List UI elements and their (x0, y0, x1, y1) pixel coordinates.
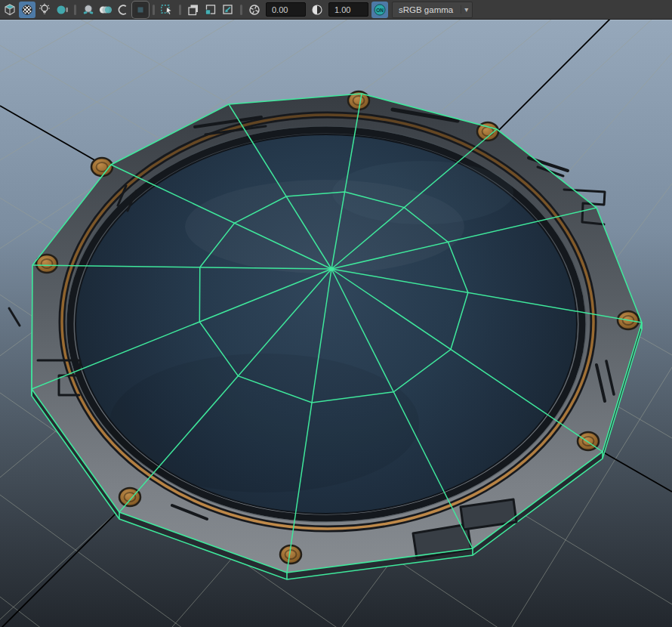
platform-mesh[interactable] (9, 91, 642, 579)
gamma-on-toggle[interactable]: ON (371, 2, 388, 18)
isolate-select-button[interactable] (132, 2, 149, 18)
screen-door-button[interactable] (97, 2, 114, 18)
tearoff-pane-icon (221, 3, 235, 17)
panel-toolbar: ON sRGB gamma ▾ (0, 0, 672, 20)
xray-open-icon (116, 3, 130, 17)
xray-button[interactable] (115, 2, 131, 18)
gamma-dropdown-value: sRGB gamma (393, 5, 461, 14)
tearoff-pane-button[interactable] (220, 2, 236, 18)
multi-pane-icon (186, 3, 200, 17)
shaded-mode-icon (20, 3, 34, 17)
contrast-field[interactable] (328, 2, 368, 17)
toolbar-separator (74, 5, 76, 15)
pane-teal-icon (204, 3, 217, 17)
exposure-field[interactable] (266, 2, 306, 17)
pane-layout-button[interactable] (202, 2, 219, 18)
textured-sphere-icon (82, 3, 95, 17)
shaded-mode-button[interactable] (19, 2, 35, 18)
toolbar-separator (153, 5, 155, 15)
isolate-select-icon (134, 3, 147, 17)
gamma-dropdown[interactable]: sRGB gamma ▾ (392, 2, 473, 18)
selection-highlight-button[interactable] (159, 2, 175, 18)
textured-button[interactable] (80, 2, 97, 18)
xray-circles-icon (99, 3, 113, 17)
viewport-panel: ON sRGB gamma ▾ (0, 0, 672, 627)
shadows-icon (55, 3, 69, 17)
viewport-canvas[interactable] (0, 20, 672, 627)
toolbar-separator (179, 5, 181, 15)
cube-icon (3, 3, 17, 17)
shadows-button[interactable] (54, 2, 70, 18)
selection-highlight-icon (160, 3, 174, 17)
lightbulb-icon (38, 3, 51, 17)
scene-svg[interactable] (0, 20, 672, 627)
exposure-icon (248, 3, 261, 17)
chevron-down-icon: ▾ (461, 5, 472, 14)
svg-text:ON: ON (376, 7, 384, 12)
contrast-button[interactable] (309, 2, 325, 18)
gamma-on-icon: ON (373, 3, 387, 17)
renderer-button[interactable] (2, 2, 18, 18)
toolbar-separator (240, 5, 242, 15)
multi-pane-button[interactable] (185, 2, 202, 18)
exposure-button[interactable] (246, 2, 263, 18)
contrast-icon (310, 3, 324, 17)
lighting-button[interactable] (36, 2, 53, 18)
